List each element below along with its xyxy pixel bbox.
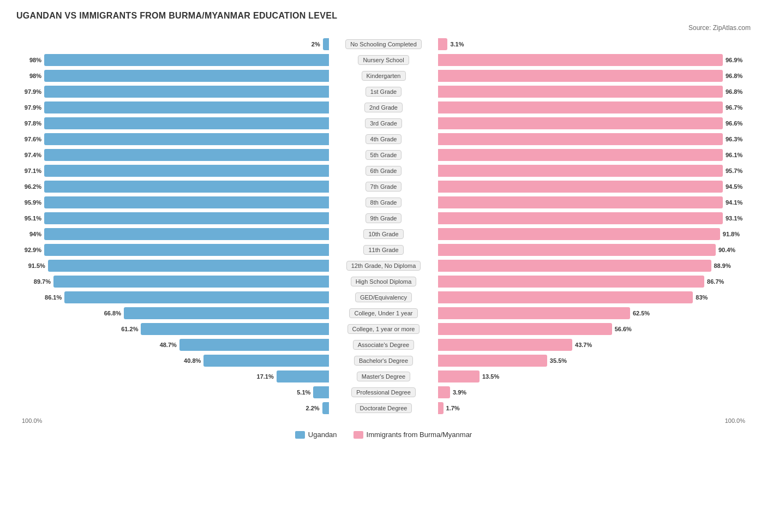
right-value: 96.7% xyxy=(726,104,745,111)
row-label: 8th Grade xyxy=(365,198,402,207)
chart-row: 92.9%11th Grade90.4% xyxy=(22,243,745,257)
left-value: 48.7% xyxy=(157,342,177,348)
left-value: 5.1% xyxy=(291,389,310,396)
bar-blue xyxy=(44,149,329,161)
right-value: 96.1% xyxy=(726,152,745,158)
chart-row: 95.1%9th Grade93.1% xyxy=(22,211,745,225)
bar-blue xyxy=(44,54,329,66)
bar-blue xyxy=(44,133,329,145)
chart-row: 40.8%Bachelor's Degree35.5% xyxy=(22,354,745,368)
bar-blue xyxy=(48,260,329,272)
chart-row: 97.1%6th Grade95.7% xyxy=(22,164,745,178)
chart-row: 97.9%2nd Grade96.7% xyxy=(22,100,745,115)
chart-row: 97.8%3rd Grade96.6% xyxy=(22,116,745,130)
right-value: 86.7% xyxy=(707,278,727,285)
right-value: 3.1% xyxy=(450,41,470,47)
right-value: 96.9% xyxy=(726,57,745,63)
left-value: 89.7% xyxy=(31,278,51,285)
chart-row: 86.1%GED/Equivalency83% xyxy=(22,290,745,304)
chart-row: 5.1%Professional Degree3.9% xyxy=(22,385,745,399)
row-label: Associate's Degree xyxy=(353,340,414,350)
bar-blue xyxy=(44,196,329,208)
row-label: 4th Grade xyxy=(365,134,402,144)
axis-labels: 100.0% 100.0% xyxy=(22,417,745,424)
bar-pink xyxy=(438,307,630,319)
bar-pink xyxy=(438,38,447,50)
row-label: 2nd Grade xyxy=(364,103,403,112)
bar-blue xyxy=(203,355,329,367)
bar-blue xyxy=(322,402,329,414)
legend-blue: Ugandan xyxy=(295,431,337,439)
chart-row: 48.7%Associate's Degree43.7% xyxy=(22,338,745,352)
bar-pink xyxy=(438,228,720,240)
legend-pink-box xyxy=(353,431,363,439)
bar-pink xyxy=(438,181,723,193)
row-label: Kindergarten xyxy=(362,71,406,81)
left-value: 98% xyxy=(22,73,41,79)
bar-pink xyxy=(438,70,723,82)
bar-pink xyxy=(438,165,723,177)
left-value: 91.5% xyxy=(26,262,45,269)
right-value: 3.9% xyxy=(453,389,472,396)
left-value: 97.6% xyxy=(22,136,41,142)
bar-pink xyxy=(438,291,693,303)
left-value: 97.9% xyxy=(22,88,41,95)
row-label: College, 1 year or more xyxy=(347,324,420,334)
bar-pink xyxy=(438,386,450,398)
bar-blue xyxy=(44,244,329,256)
row-label: 12th Grade, No Diploma xyxy=(346,261,421,271)
bar-pink xyxy=(438,54,723,66)
bar-pink xyxy=(438,276,704,288)
bar-blue xyxy=(53,276,329,288)
bar-pink xyxy=(438,86,723,98)
bar-pink xyxy=(438,149,723,161)
left-value: 96.2% xyxy=(22,183,41,190)
right-value: 91.8% xyxy=(723,231,742,237)
bar-blue xyxy=(44,181,329,193)
row-label: 5th Grade xyxy=(365,150,402,160)
chart-row: 98%Kindergarten96.8% xyxy=(22,69,745,83)
row-label: 9th Grade xyxy=(365,213,402,223)
row-label: Master's Degree xyxy=(357,372,410,381)
right-value: 94.5% xyxy=(726,183,745,190)
bar-blue xyxy=(44,101,329,113)
chart-area: 2%No Schooling Completed3.1%98%Nursery S… xyxy=(16,37,751,424)
chart-row: 91.5%12th Grade, No Diploma88.9% xyxy=(22,259,745,273)
bar-blue xyxy=(44,228,329,240)
left-value: 2.2% xyxy=(300,405,320,411)
left-value: 61.2% xyxy=(118,326,138,332)
right-value: 13.5% xyxy=(482,373,502,380)
bar-pink xyxy=(438,260,711,272)
left-value: 97.9% xyxy=(22,104,41,111)
right-value: 1.7% xyxy=(446,405,466,411)
left-value: 97.4% xyxy=(22,152,41,158)
row-label: High School Diploma xyxy=(351,277,417,286)
bar-pink xyxy=(438,117,723,129)
chart-row: 96.2%7th Grade94.5% xyxy=(22,180,745,194)
right-value: 35.5% xyxy=(550,357,570,364)
right-value: 62.5% xyxy=(633,310,652,316)
chart-row: 97.6%4th Grade96.3% xyxy=(22,132,745,146)
bar-pink xyxy=(438,101,723,113)
chart-row: 97.9%1st Grade96.8% xyxy=(22,85,745,99)
left-value: 98% xyxy=(22,57,41,63)
row-label: Doctorate Degree xyxy=(355,403,412,413)
left-value: 97.8% xyxy=(22,120,41,127)
bar-blue xyxy=(64,291,329,303)
right-value: 43.7% xyxy=(575,342,595,348)
bar-pink xyxy=(438,244,716,256)
bar-blue xyxy=(323,38,329,50)
legend-blue-label: Ugandan xyxy=(308,431,337,439)
row-label: College, Under 1 year xyxy=(349,308,417,318)
row-label: Professional Degree xyxy=(351,387,416,397)
bar-blue xyxy=(44,117,329,129)
bar-blue xyxy=(44,212,329,224)
row-label: 1st Grade xyxy=(365,87,402,97)
bar-blue xyxy=(277,370,329,382)
right-value: 94.1% xyxy=(726,199,745,206)
right-value: 96.8% xyxy=(726,88,745,95)
bar-blue xyxy=(124,307,329,319)
bar-blue xyxy=(313,386,329,398)
right-value: 95.7% xyxy=(726,168,745,174)
legend-blue-box xyxy=(295,431,305,439)
